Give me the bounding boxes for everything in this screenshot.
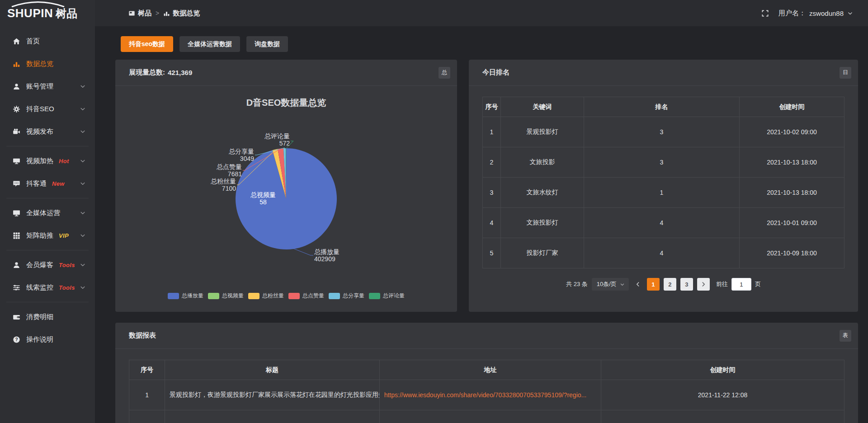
topbar-right: 用户名： zswodun88 <box>761 9 853 18</box>
legend-item[interactable]: 总播放量 <box>168 292 203 300</box>
page-button-1[interactable]: 1 <box>647 278 660 291</box>
nav-divider <box>6 146 89 146</box>
sidebar-item-sliders[interactable]: 线索监控Tools <box>0 276 95 299</box>
goto-page: 前往 页 <box>716 278 761 291</box>
logo[interactable]: SHUPIN 树品 <box>0 0 95 26</box>
sidebar: SHUPIN 树品 首页数据总览账号管理抖音SEO视频发布视频加热Hot抖客通N… <box>0 0 95 423</box>
legend-label: 总评论量 <box>383 292 405 300</box>
sidebar-item-user[interactable]: 账号管理 <box>0 75 95 98</box>
breadcrumb-label: 数据总览 <box>173 9 200 18</box>
table-row: 2文旅投影32021-10-13 18:00 <box>483 147 844 178</box>
sidebar-item-member[interactable]: 会员爆客Tools <box>0 254 95 276</box>
sidebar-item-label: 全媒体运营 <box>26 209 60 217</box>
legend-item[interactable]: 总视频量 <box>208 292 244 300</box>
report-url-cell: https://www.iesdouyin.com/share/video/70… <box>379 380 601 410</box>
legend-label: 总粉丝量 <box>262 292 284 300</box>
chevron-down-icon <box>80 210 86 216</box>
tab-1[interactable]: 抖音seo数据 <box>121 36 173 52</box>
table-cell: 1 <box>483 117 501 147</box>
sidebar-item-label: 消费明细 <box>26 313 53 321</box>
pie-label-value: 7100 <box>211 185 236 192</box>
legend-swatch <box>208 293 219 299</box>
legend-item[interactable]: 总点赞量 <box>288 292 324 300</box>
table-row: 4文旅投影灯42021-10-01 09:00 <box>483 208 844 238</box>
pie-chart-canvas[interactable] <box>115 86 457 311</box>
table-cell: 文旅水纹灯 <box>501 178 584 208</box>
app-root: SHUPIN 树品 首页数据总览账号管理抖音SEO视频发布视频加热Hot抖客通N… <box>0 0 868 423</box>
fullscreen-icon[interactable] <box>761 9 769 17</box>
bar-chart-icon <box>13 60 20 68</box>
ranking-corner-badge[interactable]: 日 <box>840 67 851 79</box>
sidebar-item-wallet[interactable]: 消费明细 <box>0 306 95 328</box>
report-corner-badge[interactable]: 表 <box>840 330 851 342</box>
report-link[interactable]: https://www.iesdouyin.com/share/video/70… <box>384 391 587 399</box>
chevron-down-icon <box>80 180 86 187</box>
sidebar-item-label: 视频发布 <box>26 127 53 136</box>
table-cell: 2 <box>483 147 501 178</box>
column-header: 创建时间 <box>601 360 844 380</box>
legend-label: 总分享量 <box>343 292 364 300</box>
video-camera-icon <box>13 128 20 136</box>
svg-text:?: ? <box>15 337 18 342</box>
chevron-down-icon[interactable] <box>847 10 853 16</box>
table-header-row: 序号标题地址创建时间 <box>129 360 844 380</box>
column-header: 地址 <box>379 360 601 380</box>
report-title: 数据报表 <box>129 331 156 340</box>
tab-3[interactable]: 询盘数据 <box>246 36 288 52</box>
sidebar-item-chat[interactable]: 抖客通New <box>0 172 95 195</box>
sidebar-item-home[interactable]: 首页 <box>0 30 95 52</box>
breadcrumb-label: 树品 <box>138 9 151 18</box>
breadcrumb-item[interactable]: 树品 <box>128 9 151 18</box>
prev-page-button[interactable] <box>633 278 643 291</box>
sidebar-item-question[interactable]: ?操作说明 <box>0 328 95 351</box>
username[interactable]: zswodun88 <box>809 9 844 17</box>
sidebar-item-label: 账号管理 <box>26 82 53 91</box>
page-number-list: 123 <box>647 278 693 291</box>
table-cell: 3 <box>584 117 740 147</box>
legend-item[interactable]: 总粉丝量 <box>248 292 284 300</box>
user-icon <box>13 83 20 90</box>
nav-divider <box>6 302 89 302</box>
sidebar-item-screen[interactable]: 视频加热Hot <box>0 150 95 172</box>
goto-suffix: 页 <box>755 280 761 288</box>
pie-label-name: 总分享量 <box>229 148 254 155</box>
ranking-title: 今日排名 <box>482 68 509 77</box>
table-cell: 1 <box>129 380 165 410</box>
tab-2[interactable]: 全媒体运营数据 <box>179 36 240 52</box>
right-column: 树品>数据总览 用户名： zswodun88 抖音seo数据全媒体运营数据询盘数… <box>95 0 868 423</box>
legend-label: 总视频量 <box>222 292 244 300</box>
pie-label: 总点赞量7681 <box>217 163 242 178</box>
username-label: 用户名： <box>778 9 806 18</box>
table-cell: 4 <box>584 208 740 238</box>
page-button-2[interactable]: 2 <box>664 278 676 291</box>
column-header: 标题 <box>165 360 380 380</box>
sliders-icon <box>13 284 20 291</box>
sidebar-item-bar-chart[interactable]: 数据总览 <box>0 52 95 75</box>
goto-prefix: 前往 <box>716 280 728 288</box>
table-cell: 文旅投影灯 <box>501 208 584 238</box>
table-cell: 3 <box>584 147 740 178</box>
nav-badge: Tools <box>59 262 75 268</box>
report-table: 序号标题地址创建时间 1景观投影灯，夜游景观投影灯厂家展示展示落花灯在花园里的灯… <box>129 360 844 423</box>
breadcrumb-item[interactable]: 数据总览 <box>163 9 200 18</box>
main-content: 抖音seo数据全媒体运营数据询盘数据 展现量总数: 421,369 总 D音SE… <box>95 26 868 423</box>
overview-corner-badge[interactable]: 总 <box>439 67 450 79</box>
overview-total-value: 421,369 <box>168 69 192 76</box>
home-icon <box>13 38 20 45</box>
legend-item[interactable]: 总评论量 <box>369 292 405 300</box>
next-page-button[interactable] <box>697 278 710 291</box>
table-cell: 2021-10-13 18:00 <box>740 147 844 178</box>
page-size-select[interactable]: 10条/页 <box>592 278 629 291</box>
table-cell: 4 <box>584 238 740 268</box>
page-button-3[interactable]: 3 <box>680 278 693 291</box>
table-row: 1景观投影灯，夜游景观投影灯厂家展示展示落花灯在花园里的灯光投影应用效果 #ht… <box>129 380 844 410</box>
sidebar-item-gear[interactable]: 抖音SEO <box>0 98 95 120</box>
sidebar-item-grid[interactable]: 矩阵助推VIP <box>0 224 95 247</box>
table-row: 5投影灯厂家42021-10-09 18:00 <box>483 238 844 268</box>
legend-item[interactable]: 总分享量 <box>329 292 364 300</box>
sidebar-item-monitor[interactable]: 全媒体运营 <box>0 202 95 224</box>
sidebar-item-video-camera[interactable]: 视频发布 <box>0 120 95 143</box>
goto-page-input[interactable] <box>731 278 751 291</box>
sidebar-item-label: 抖音SEO <box>26 105 54 113</box>
column-header: 关键词 <box>501 97 584 117</box>
